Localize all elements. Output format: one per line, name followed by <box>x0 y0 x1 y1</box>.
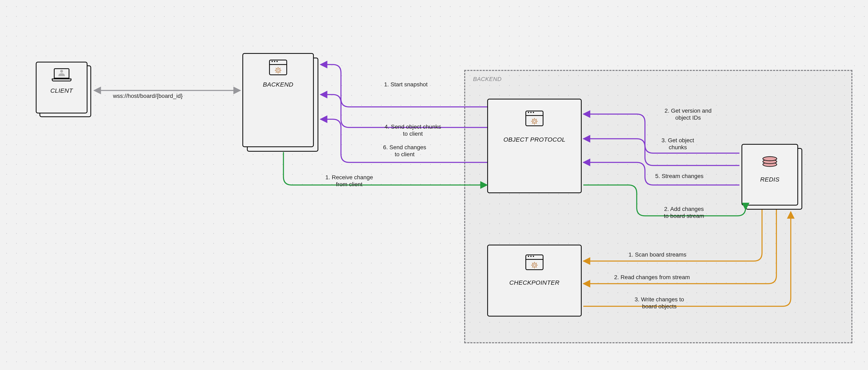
svg-line-28 <box>536 267 537 267</box>
node-client: CLIENT <box>36 62 91 117</box>
svg-point-2 <box>277 69 279 72</box>
redis-icon <box>761 152 779 170</box>
svg-line-18 <box>536 123 537 124</box>
svg-line-7 <box>276 68 276 69</box>
svg-point-34 <box>763 156 777 161</box>
label-client-backend: wss://host/board/{board_id} <box>113 92 183 99</box>
backend-group-label: BACKEND <box>473 76 502 82</box>
node-checkpointer-label: CHECKPOINTER <box>509 279 559 286</box>
label-receive-change: 1. Receive changefrom client <box>316 174 382 188</box>
svg-line-20 <box>532 123 533 124</box>
rust-gear-icon <box>531 261 538 269</box>
node-checkpointer: CHECKPOINTER <box>487 245 586 321</box>
label-add-changes: 2. Add changesto board stream <box>655 205 713 219</box>
rust-gear-icon <box>274 66 282 74</box>
label-scan-streams: 1. Scan board streams <box>628 251 686 258</box>
svg-point-12 <box>533 120 536 122</box>
app-window-icon <box>525 254 544 270</box>
rust-gear-icon <box>531 118 538 125</box>
node-backend: BACKEND <box>242 53 318 152</box>
svg-point-11 <box>532 119 537 123</box>
label-send-chunks: 4. Send object chunksto client <box>376 123 450 137</box>
label-stream-changes: 5. Stream changes <box>655 173 704 180</box>
node-object-protocol-label: OBJECT PROTOCOL <box>503 136 565 143</box>
laptop-icon <box>52 68 71 81</box>
node-redis-label: REDIS <box>760 176 779 183</box>
person-icon <box>58 69 66 76</box>
label-write-objects: 3. Write changes toboard objects <box>628 296 690 310</box>
edge-send-chunks <box>320 94 487 127</box>
svg-line-19 <box>536 119 537 120</box>
label-read-stream: 2. Read changes from stream <box>614 274 690 281</box>
node-backend-label: BACKEND <box>263 81 293 88</box>
diagram-canvas: BACKEND CLIENT <box>0 0 868 370</box>
app-window-icon <box>525 111 544 126</box>
app-window-icon <box>269 60 287 75</box>
svg-line-9 <box>280 68 281 69</box>
svg-line-29 <box>536 263 537 263</box>
svg-line-30 <box>532 267 533 267</box>
label-send-changes: 6. Send changesto client <box>376 144 433 158</box>
svg-line-10 <box>276 72 276 73</box>
svg-line-17 <box>532 119 533 120</box>
node-object-protocol: OBJECT PROTOCOL <box>487 99 586 197</box>
label-get-version: 2. Get version andobject IDs <box>655 107 721 121</box>
node-client-label: CLIENT <box>50 87 73 94</box>
svg-line-27 <box>532 263 533 263</box>
svg-point-1 <box>276 68 280 73</box>
svg-line-8 <box>280 72 281 73</box>
node-redis: REDIS <box>742 144 803 210</box>
label-get-chunks: 3. Get objectchunks <box>655 137 701 151</box>
svg-point-22 <box>533 264 536 266</box>
label-start-snapshot: 1. Start snapshot <box>384 81 428 88</box>
svg-point-0 <box>60 70 63 73</box>
svg-point-21 <box>532 263 537 267</box>
